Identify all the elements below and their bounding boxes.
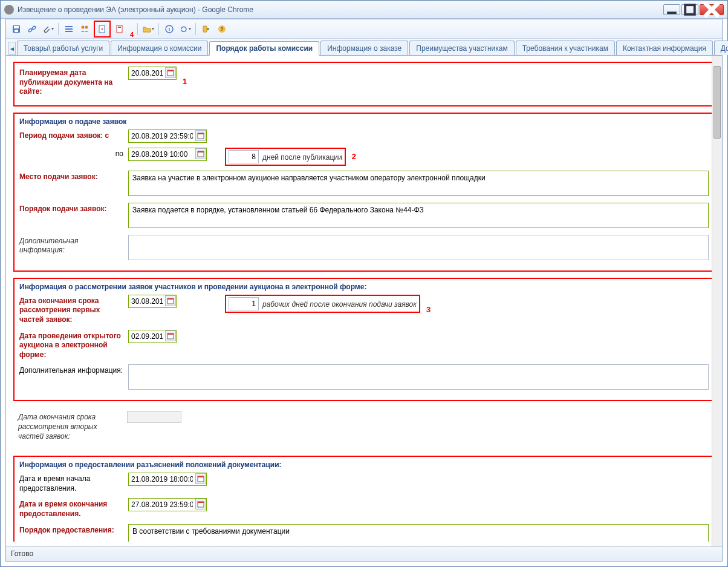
tab-order-info[interactable]: Информация о заказе [320,41,408,55]
folder-icon[interactable]: ▾ [141,22,155,36]
svg-rect-5 [14,26,19,28]
pub-date-input [128,67,177,80]
save-icon[interactable] [10,22,23,36]
svg-rect-24 [167,70,174,71]
addinfo1-label: Дополнительная информация: [19,235,128,255]
maximize-button[interactable] [681,4,698,15]
link-icon[interactable] [25,22,39,36]
addinfo2-field[interactable] [128,364,709,390]
key-icon[interactable] [200,22,213,36]
svg-rect-19 [203,26,207,32]
clarif-order-label: Порядок предоставления: [19,524,128,536]
end-label: Дата и время окончания предоставления. [19,498,128,519]
statusbar: Готово [6,546,722,561]
form-area: Планируемая дата публикации документа на… [6,56,722,542]
svg-rect-36 [198,502,204,503]
app-frame: ▾ 4 ▾ i ▾ ? ◄ Товары\ работы\ услуги Инф… [5,19,723,562]
tab-commission-info[interactable]: Информация о комиссии [111,41,208,55]
tabbar: ◄ Товары\ работы\ услуги Информация о ко… [6,39,722,56]
svg-rect-11 [65,31,73,32]
vertical-scrollbar[interactable] [712,56,722,546]
doc-export-icon[interactable] [96,22,109,36]
box-clarifications: Информация о предоставлении разъяснений … [13,456,715,542]
callout-1: 1 [183,77,187,86]
window-controls [663,4,724,15]
tab-contacts[interactable]: Контактная информация [616,41,713,55]
order-field[interactable] [128,203,709,228]
d2-input [128,330,177,343]
svg-rect-32 [167,333,174,335]
place-field[interactable] [128,171,709,196]
tab-goods[interactable]: Товары\ работы\ услуги [17,41,109,55]
doc-red-icon[interactable] [113,22,126,36]
window-title: Извещение о проведении ЭА (электронный а… [18,5,663,14]
start-input [128,473,207,486]
clarif-order-field[interactable] [128,524,709,542]
sec1-title: Информация о подаче заявок [19,117,709,126]
addinfo1-field[interactable] [128,235,709,260]
toolbar: ▾ 4 ▾ i ▾ ? [6,19,722,39]
svg-rect-28 [198,151,204,152]
tab-commission-order[interactable]: Порядок работы комиссии [209,41,319,56]
sec3-title: Информация о предоставлении разъяснений … [19,460,709,469]
days-highlight: дней после публикации [225,148,346,166]
tab-advantages[interactable]: Преимущества участникам [409,41,514,55]
app-window: Извещение о проведении ЭА (электронный а… [0,0,728,567]
help-icon[interactable]: ? [215,22,229,36]
minimize-button[interactable] [663,4,680,15]
calendar-icon[interactable] [195,130,206,141]
place-label: Место подачи заявок: [19,171,128,182]
callout-2: 2 [352,152,356,161]
svg-rect-10 [65,28,73,30]
pub-date-label: Планируемая дата публикации документа на… [19,67,128,97]
d1-input [128,295,177,308]
calendar-icon[interactable] [195,148,206,159]
svg-point-8 [31,25,36,30]
end-input [128,498,207,511]
tab-more[interactable]: Допо [714,41,728,55]
callout-4: 4 [130,31,134,38]
svg-rect-34 [198,476,204,477]
refresh-icon[interactable]: ▾ [178,22,192,36]
list-icon[interactable] [62,22,76,36]
toolbar-highlight [94,21,111,38]
calendar-icon[interactable] [165,330,176,341]
workdays-field[interactable] [229,297,259,310]
box-review: Информация о рассмотрении заявок участни… [13,278,715,402]
attach-icon[interactable]: ▾ [41,22,54,36]
callout-3: 3 [426,305,431,314]
order-label: Порядок подачи заявок: [19,203,128,214]
period-to-input [128,148,207,161]
tab-scroll-left[interactable]: ◄ [8,42,16,55]
calendar-icon[interactable] [165,295,176,306]
svg-rect-30 [167,298,174,300]
days-label: дней после публикации [262,151,342,162]
svg-point-20 [207,28,209,30]
calendar-icon[interactable] [195,473,206,484]
box-submission: Информация о подаче заявок Период подачи… [13,113,715,272]
info-icon[interactable]: i [163,22,176,36]
svg-point-7 [28,28,32,32]
globe-icon [4,5,14,15]
titlebar: Извещение о проведении ЭА (электронный а… [1,1,727,19]
second-parts-label: Дата окончания срока рассмотрения вторых… [18,411,127,441]
svg-rect-9 [65,26,73,27]
calendar-icon[interactable] [195,499,206,510]
close-button[interactable] [700,4,724,15]
days-field[interactable] [229,150,259,163]
period-from-input [128,129,207,143]
box-pub-date: Планируемая дата публикации документа на… [13,62,715,107]
sec2-title: Информация о рассмотрении заявок участни… [19,283,709,291]
svg-rect-26 [198,133,204,134]
workdays-label: рабочих дней после окончания подачи заяв… [262,298,417,309]
workdays-highlight: рабочих дней после окончания подачи заяв… [225,295,420,313]
svg-rect-16 [118,27,121,28]
svg-point-12 [82,25,85,28]
start-label: Дата и время начала предоставления. [19,473,128,493]
svg-rect-6 [15,30,18,32]
users-icon[interactable] [78,22,91,36]
tab-requirements[interactable]: Требования к участникам [516,41,615,55]
addinfo2-label: Дополнительная информация: [19,364,128,376]
status-text: Готово [11,549,33,558]
calendar-icon[interactable] [165,67,176,78]
